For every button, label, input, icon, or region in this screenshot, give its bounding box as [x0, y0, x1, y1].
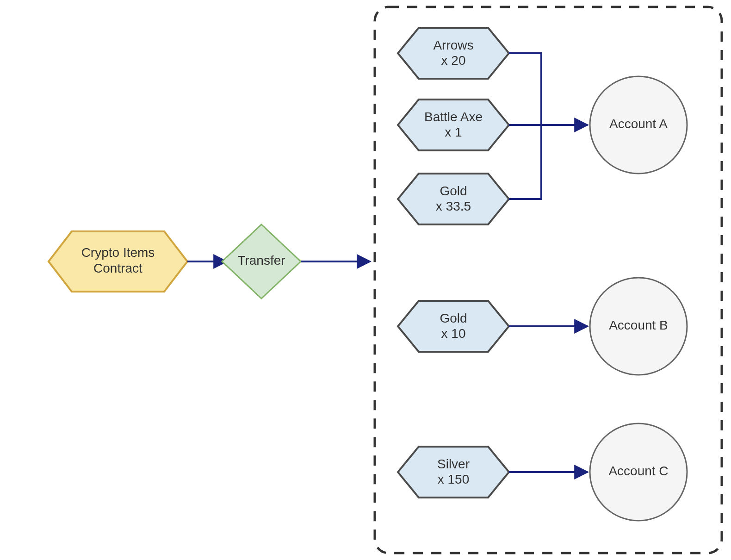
- account-c-circle: Account C: [590, 423, 687, 521]
- item-silver-hexagon: Silver x 150: [398, 447, 509, 498]
- item-arrows-hexagon: Arrows x 20: [398, 28, 509, 79]
- item-battleaxe-qty: x 1: [445, 125, 462, 139]
- diagram-canvas: Crypto Items Contract Transfer Arrows x …: [0, 0, 731, 560]
- connector-items-to-account-a: [509, 53, 588, 199]
- account-a-circle: Account A: [590, 76, 687, 174]
- contract-hexagon: Crypto Items Contract: [49, 231, 187, 292]
- account-a-label: Account A: [609, 117, 668, 131]
- item-gold-a-qty: x 33.5: [436, 199, 471, 213]
- item-arrows-qty: x 20: [441, 53, 466, 68]
- item-silver-name: Silver: [437, 457, 470, 471]
- account-b-circle: Account B: [590, 278, 687, 375]
- account-b-label: Account B: [609, 318, 668, 332]
- item-battleaxe-hexagon: Battle Axe x 1: [398, 100, 509, 150]
- item-gold-a-hexagon: Gold x 33.5: [398, 174, 509, 224]
- item-gold-b-hexagon: Gold x 10: [398, 301, 509, 352]
- transfer-diamond: Transfer: [222, 224, 301, 299]
- item-silver-qty: x 150: [438, 472, 470, 486]
- item-arrows-name: Arrows: [433, 38, 473, 52]
- item-gold-b-name: Gold: [440, 311, 467, 325]
- contract-label-line2: Contract: [93, 261, 142, 275]
- item-battleaxe-name: Battle Axe: [424, 110, 483, 124]
- contract-label-line1: Crypto Items: [81, 245, 155, 260]
- transfer-label: Transfer: [237, 253, 285, 268]
- account-c-label: Account C: [608, 464, 668, 478]
- item-gold-b-qty: x 10: [441, 326, 466, 341]
- item-gold-a-name: Gold: [440, 184, 467, 198]
